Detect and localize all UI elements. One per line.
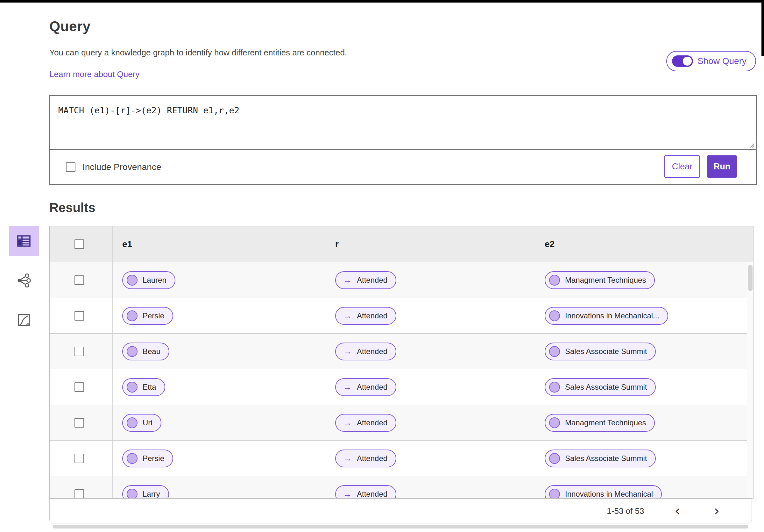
row-checkbox[interactable] <box>75 418 84 428</box>
pagination-range-label: 1-53 of 53 <box>607 506 644 516</box>
row-checkbox[interactable] <box>75 347 84 356</box>
route-icon <box>17 313 31 327</box>
table-body: Lauren → Attended Managment Techniques P… <box>50 262 753 499</box>
column-header-e1: e1 <box>122 239 132 249</box>
relation-pill[interactable]: → Attended <box>335 307 396 325</box>
scrollbar-thumb[interactable] <box>748 265 753 291</box>
entity-pill-e1[interactable]: Uri <box>122 414 161 432</box>
table-row: Larry → Attended Innovations in Mechanic… <box>50 476 753 499</box>
entity-circle-icon <box>549 310 560 321</box>
table-row: Persie → Attended Sales Associate Summit <box>50 441 753 476</box>
relation-arrow-icon: → <box>343 311 352 321</box>
entity-circle-icon <box>127 346 137 357</box>
horizontal-scrollbar[interactable] <box>53 525 748 528</box>
query-editor-panel: MATCH (e1)-[r]->(e2) RETURN e1,r,e2 Incl… <box>49 95 757 185</box>
graph-view-button[interactable] <box>9 266 39 295</box>
query-description: You can query a knowledge graph to ident… <box>49 48 347 58</box>
entity-circle-icon <box>127 275 137 285</box>
entity-pill-e1[interactable]: Lauren <box>122 271 175 289</box>
relation-pill[interactable]: → Attended <box>335 271 396 289</box>
entity-circle-icon <box>127 310 137 321</box>
table-grid-icon <box>17 234 31 248</box>
entity-circle-icon <box>127 489 137 499</box>
results-view-rail <box>9 226 40 335</box>
include-provenance-label: Include Provenance <box>83 162 161 172</box>
row-checkbox[interactable] <box>75 454 84 463</box>
query-textarea[interactable]: MATCH (e1)-[r]->(e2) RETURN e1,r,e2 <box>50 96 756 150</box>
select-all-checkbox[interactable] <box>75 240 84 249</box>
relation-pill[interactable]: → Attended <box>335 378 396 396</box>
query-text[interactable]: MATCH (e1)-[r]->(e2) RETURN e1,r,e2 <box>58 105 239 115</box>
pagination-bar: 1-53 of 53 ‹ › <box>49 499 752 523</box>
query-page: Query You can query a knowledge graph to… <box>0 0 764 532</box>
graph-nodes-icon <box>17 273 31 288</box>
entity-pill-e1[interactable]: Beau <box>122 343 169 360</box>
window-edge-right <box>761 0 764 56</box>
relation-pill[interactable]: → Attended <box>335 449 396 467</box>
table-row: Etta → Attended Sales Associate Summit <box>50 369 753 405</box>
clear-button[interactable]: Clear <box>665 155 700 178</box>
row-checkbox[interactable] <box>75 382 84 392</box>
entity-pill-e2[interactable]: Managment Techniques <box>545 414 655 432</box>
column-header-e2: e2 <box>545 239 555 249</box>
results-table: e1 r e2 Lauren → Attended Managment Tech… <box>49 226 753 499</box>
show-query-label: Show Query <box>697 56 746 66</box>
entity-circle-icon <box>549 453 560 464</box>
table-row: Beau → Attended Sales Associate Summit <box>50 334 753 369</box>
relation-pill[interactable]: → Attended <box>335 414 396 432</box>
relation-arrow-icon: → <box>343 275 352 285</box>
prev-page-button[interactable]: ‹ <box>672 504 682 518</box>
column-header-r: r <box>335 239 339 249</box>
relation-arrow-icon: → <box>343 418 352 428</box>
entity-circle-icon <box>127 382 137 393</box>
row-checkbox[interactable] <box>75 489 84 499</box>
table-row: Uri → Attended Managment Techniques <box>50 405 753 441</box>
entity-pill-e1[interactable]: Persie <box>122 449 173 467</box>
relation-pill[interactable]: → Attended <box>335 485 396 499</box>
table-view-button[interactable] <box>9 226 39 256</box>
toggle-switch-icon[interactable] <box>672 56 693 67</box>
results-title: Results <box>49 201 96 215</box>
query-controls-row: Include Provenance Clear Run <box>50 150 756 184</box>
entity-circle-icon <box>549 382 560 393</box>
table-header-row: e1 r e2 <box>50 226 753 262</box>
entity-circle-icon <box>549 346 560 357</box>
table-row: Persie → Attended Innovations in Mechani… <box>50 298 753 334</box>
entity-pill-e2[interactable]: Sales Associate Summit <box>545 449 656 467</box>
include-provenance-checkbox[interactable] <box>66 162 76 172</box>
row-checkbox[interactable] <box>75 275 84 285</box>
entity-circle-icon <box>549 489 560 499</box>
entity-circle-icon <box>127 418 137 428</box>
entity-pill-e2[interactable]: Sales Associate Summit <box>545 378 656 396</box>
entity-circle-icon <box>127 453 137 464</box>
relation-pill[interactable]: → Attended <box>335 343 396 360</box>
table-row: Lauren → Attended Managment Techniques <box>50 262 753 298</box>
show-query-toggle[interactable]: Show Query <box>666 51 756 71</box>
run-button[interactable]: Run <box>707 155 737 178</box>
vertical-scrollbar[interactable] <box>747 262 753 499</box>
relation-arrow-icon: → <box>343 382 352 392</box>
entity-pill-e1[interactable]: Larry <box>122 485 169 499</box>
relation-arrow-icon: → <box>343 489 352 499</box>
entity-pill-e2[interactable]: Innovations in Mechanical... <box>545 307 668 325</box>
resize-handle-icon[interactable] <box>748 142 755 148</box>
relation-arrow-icon: → <box>343 346 352 357</box>
row-checkbox[interactable] <box>75 311 84 321</box>
entity-circle-icon <box>549 418 560 428</box>
map-view-button[interactable] <box>9 305 39 335</box>
entity-circle-icon <box>549 275 560 285</box>
entity-pill-e2[interactable]: Innovations in Mechanical <box>545 485 662 499</box>
header-checkbox-cell <box>50 226 113 262</box>
entity-pill-e2[interactable]: Managment Techniques <box>545 271 655 289</box>
learn-more-link[interactable]: Learn more about Query <box>49 70 139 79</box>
entity-pill-e2[interactable]: Sales Associate Summit <box>545 343 656 360</box>
next-page-button[interactable]: › <box>712 504 721 518</box>
page-title: Query <box>49 19 91 34</box>
entity-pill-e1[interactable]: Etta <box>122 378 165 396</box>
relation-arrow-icon: → <box>343 453 352 463</box>
window-edge-top <box>0 0 764 3</box>
entity-pill-e1[interactable]: Persie <box>122 307 173 325</box>
